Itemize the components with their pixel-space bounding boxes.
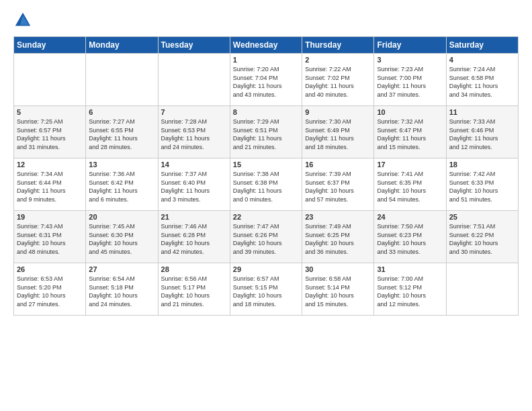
calendar-cell: 7Sunrise: 7:28 AM Sunset: 6:53 PM Daylig… xyxy=(158,106,230,158)
day-number: 6 xyxy=(89,108,154,116)
day-number: 30 xyxy=(305,265,371,273)
calendar-cell: 4Sunrise: 7:24 AM Sunset: 6:58 PM Daylig… xyxy=(446,54,518,106)
day-info: Sunrise: 7:36 AM Sunset: 6:42 PM Dayligh… xyxy=(89,170,154,203)
day-number: 21 xyxy=(161,213,227,221)
day-info: Sunrise: 7:42 AM Sunset: 6:33 PM Dayligh… xyxy=(449,170,515,203)
day-number: 20 xyxy=(89,213,154,221)
day-info: Sunrise: 7:20 AM Sunset: 7:04 PM Dayligh… xyxy=(233,65,299,99)
calendar-cell: 29Sunrise: 6:57 AM Sunset: 5:15 PM Dayli… xyxy=(230,263,302,316)
calendar-cell: 31Sunrise: 7:00 AM Sunset: 5:12 PM Dayli… xyxy=(374,263,446,316)
day-number: 17 xyxy=(377,161,443,169)
calendar-cell: 11Sunrise: 7:33 AM Sunset: 6:46 PM Dayli… xyxy=(446,106,518,158)
day-info: Sunrise: 7:29 AM Sunset: 6:51 PM Dayligh… xyxy=(233,118,299,151)
header xyxy=(13,11,519,30)
day-info: Sunrise: 7:22 AM Sunset: 7:02 PM Dayligh… xyxy=(305,65,371,99)
day-info: Sunrise: 7:39 AM Sunset: 6:37 PM Dayligh… xyxy=(305,170,371,203)
weekday-header: Thursday xyxy=(302,37,374,54)
calendar-cell: 12Sunrise: 7:34 AM Sunset: 6:44 PM Dayli… xyxy=(14,158,86,211)
calendar-cell: 20Sunrise: 7:45 AM Sunset: 6:30 PM Dayli… xyxy=(86,211,158,263)
weekday-header: Tuesday xyxy=(158,37,230,54)
calendar-cell: 13Sunrise: 7:36 AM Sunset: 6:42 PM Dayli… xyxy=(86,158,158,211)
header-row: SundayMondayTuesdayWednesdayThursdayFrid… xyxy=(14,37,519,54)
day-info: Sunrise: 7:45 AM Sunset: 6:30 PM Dayligh… xyxy=(89,222,154,256)
calendar-cell: 26Sunrise: 6:53 AM Sunset: 5:20 PM Dayli… xyxy=(14,263,86,316)
calendar-cell: 21Sunrise: 7:46 AM Sunset: 6:28 PM Dayli… xyxy=(158,211,230,263)
day-number: 25 xyxy=(449,213,515,221)
calendar-cell: 6Sunrise: 7:27 AM Sunset: 6:55 PM Daylig… xyxy=(86,106,158,158)
day-info: Sunrise: 7:00 AM Sunset: 5:12 PM Dayligh… xyxy=(377,275,443,308)
calendar-week-row: 1Sunrise: 7:20 AM Sunset: 7:04 PM Daylig… xyxy=(14,54,519,106)
day-info: Sunrise: 6:57 AM Sunset: 5:15 PM Dayligh… xyxy=(233,275,299,308)
day-number: 3 xyxy=(377,56,443,64)
day-info: Sunrise: 7:33 AM Sunset: 6:46 PM Dayligh… xyxy=(449,118,515,151)
day-info: Sunrise: 7:30 AM Sunset: 6:49 PM Dayligh… xyxy=(305,118,371,151)
calendar-cell: 17Sunrise: 7:41 AM Sunset: 6:35 PM Dayli… xyxy=(374,158,446,211)
day-info: Sunrise: 7:41 AM Sunset: 6:35 PM Dayligh… xyxy=(377,170,443,203)
calendar-cell: 16Sunrise: 7:39 AM Sunset: 6:37 PM Dayli… xyxy=(302,158,374,211)
day-info: Sunrise: 7:23 AM Sunset: 7:00 PM Dayligh… xyxy=(377,65,443,99)
calendar-week-row: 12Sunrise: 7:34 AM Sunset: 6:44 PM Dayli… xyxy=(14,158,519,211)
day-number: 9 xyxy=(305,108,371,116)
day-number: 10 xyxy=(377,108,443,116)
logo-icon xyxy=(13,11,32,30)
calendar-cell: 9Sunrise: 7:30 AM Sunset: 6:49 PM Daylig… xyxy=(302,106,374,158)
calendar-cell: 23Sunrise: 7:49 AM Sunset: 6:25 PM Dayli… xyxy=(302,211,374,263)
calendar-cell: 15Sunrise: 7:38 AM Sunset: 6:38 PM Dayli… xyxy=(230,158,302,211)
day-number: 8 xyxy=(233,108,299,116)
day-number: 11 xyxy=(449,108,515,116)
calendar-table: SundayMondayTuesdayWednesdayThursdayFrid… xyxy=(13,36,519,316)
calendar-week-row: 19Sunrise: 7:43 AM Sunset: 6:31 PM Dayli… xyxy=(14,211,519,263)
day-info: Sunrise: 6:58 AM Sunset: 5:14 PM Dayligh… xyxy=(305,275,371,308)
day-number: 16 xyxy=(305,161,371,169)
day-number: 2 xyxy=(305,56,371,64)
day-number: 4 xyxy=(449,56,515,64)
calendar-cell: 19Sunrise: 7:43 AM Sunset: 6:31 PM Dayli… xyxy=(14,211,86,263)
day-number: 14 xyxy=(161,161,227,169)
day-number: 23 xyxy=(305,213,371,221)
day-number: 5 xyxy=(17,108,83,116)
calendar-cell: 28Sunrise: 6:56 AM Sunset: 5:17 PM Dayli… xyxy=(158,263,230,316)
day-number: 31 xyxy=(377,265,443,273)
day-info: Sunrise: 7:49 AM Sunset: 6:25 PM Dayligh… xyxy=(305,222,371,256)
day-number: 15 xyxy=(233,161,299,169)
calendar-cell: 22Sunrise: 7:47 AM Sunset: 6:26 PM Dayli… xyxy=(230,211,302,263)
calendar-cell: 1Sunrise: 7:20 AM Sunset: 7:04 PM Daylig… xyxy=(230,54,302,106)
day-number: 22 xyxy=(233,213,299,221)
calendar-week-row: 5Sunrise: 7:25 AM Sunset: 6:57 PM Daylig… xyxy=(14,106,519,158)
page-container: SundayMondayTuesdayWednesdayThursdayFrid… xyxy=(0,0,532,322)
calendar-cell xyxy=(158,54,230,106)
calendar-cell: 25Sunrise: 7:51 AM Sunset: 6:22 PM Dayli… xyxy=(446,211,518,263)
day-info: Sunrise: 7:37 AM Sunset: 6:40 PM Dayligh… xyxy=(161,170,227,203)
day-info: Sunrise: 6:54 AM Sunset: 5:18 PM Dayligh… xyxy=(89,275,154,308)
day-info: Sunrise: 7:24 AM Sunset: 6:58 PM Dayligh… xyxy=(449,65,515,99)
day-info: Sunrise: 7:25 AM Sunset: 6:57 PM Dayligh… xyxy=(17,118,83,151)
day-info: Sunrise: 7:34 AM Sunset: 6:44 PM Dayligh… xyxy=(17,170,83,203)
day-info: Sunrise: 7:46 AM Sunset: 6:28 PM Dayligh… xyxy=(161,222,227,256)
calendar-cell: 2Sunrise: 7:22 AM Sunset: 7:02 PM Daylig… xyxy=(302,54,374,106)
calendar-cell: 24Sunrise: 7:50 AM Sunset: 6:23 PM Dayli… xyxy=(374,211,446,263)
day-info: Sunrise: 7:32 AM Sunset: 6:47 PM Dayligh… xyxy=(377,118,443,151)
day-number: 28 xyxy=(161,265,227,273)
day-info: Sunrise: 7:43 AM Sunset: 6:31 PM Dayligh… xyxy=(17,222,83,256)
day-info: Sunrise: 7:28 AM Sunset: 6:53 PM Dayligh… xyxy=(161,118,227,151)
day-number: 13 xyxy=(89,161,154,169)
day-number: 1 xyxy=(233,56,299,64)
day-info: Sunrise: 7:51 AM Sunset: 6:22 PM Dayligh… xyxy=(449,222,515,256)
day-number: 24 xyxy=(377,213,443,221)
calendar-cell: 3Sunrise: 7:23 AM Sunset: 7:00 PM Daylig… xyxy=(374,54,446,106)
day-number: 27 xyxy=(89,265,154,273)
calendar-cell: 30Sunrise: 6:58 AM Sunset: 5:14 PM Dayli… xyxy=(302,263,374,316)
calendar-cell: 5Sunrise: 7:25 AM Sunset: 6:57 PM Daylig… xyxy=(14,106,86,158)
day-info: Sunrise: 7:38 AM Sunset: 6:38 PM Dayligh… xyxy=(233,170,299,203)
day-info: Sunrise: 7:47 AM Sunset: 6:26 PM Dayligh… xyxy=(233,222,299,256)
calendar-cell xyxy=(86,54,158,106)
day-number: 18 xyxy=(449,161,515,169)
weekday-header: Saturday xyxy=(446,37,518,54)
weekday-header: Friday xyxy=(374,37,446,54)
day-info: Sunrise: 6:53 AM Sunset: 5:20 PM Dayligh… xyxy=(17,275,83,308)
calendar-cell: 10Sunrise: 7:32 AM Sunset: 6:47 PM Dayli… xyxy=(374,106,446,158)
day-number: 26 xyxy=(17,265,83,273)
day-info: Sunrise: 7:50 AM Sunset: 6:23 PM Dayligh… xyxy=(377,222,443,256)
calendar-cell: 14Sunrise: 7:37 AM Sunset: 6:40 PM Dayli… xyxy=(158,158,230,211)
day-info: Sunrise: 7:27 AM Sunset: 6:55 PM Dayligh… xyxy=(89,118,154,151)
